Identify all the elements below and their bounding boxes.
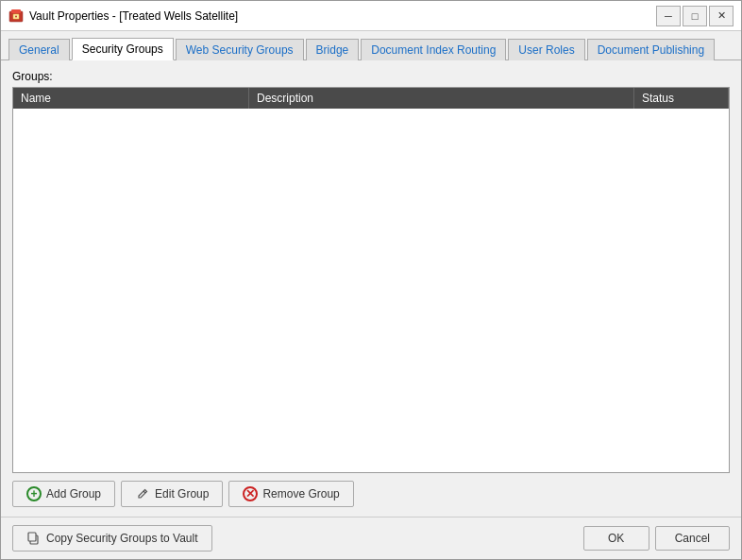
footer: Copy Security Groups to Vault OK Cancel	[1, 517, 741, 559]
groups-label: Groups:	[12, 70, 730, 83]
tab-document-index-routing[interactable]: Document Index Routing	[361, 39, 506, 60]
close-button[interactable]: ✕	[709, 6, 734, 26]
ok-cancel-buttons: OK Cancel	[583, 526, 730, 551]
col-header-name: Name	[13, 88, 249, 109]
tab-document-publishing[interactable]: Document Publishing	[587, 39, 715, 60]
window-title: Vault Properties - [Treated Wells Satell…	[29, 9, 656, 23]
groups-table[interactable]: Name Description Status	[12, 87, 730, 473]
minimize-button[interactable]: ─	[656, 6, 681, 26]
maximize-button[interactable]: □	[683, 6, 707, 26]
tab-security-groups[interactable]: Security Groups	[72, 38, 174, 60]
col-header-status: Status	[634, 88, 729, 109]
table-body[interactable]	[13, 109, 729, 468]
copy-icon	[26, 531, 42, 546]
remove-icon: ✕	[243, 486, 258, 501]
tab-general[interactable]: General	[8, 39, 70, 60]
tab-user-roles[interactable]: User Roles	[508, 39, 584, 60]
col-header-description: Description	[249, 88, 634, 109]
main-window: Vault Properties - [Treated Wells Satell…	[0, 0, 742, 560]
action-buttons: + Add Group Edit Group ✕ Remove Group	[12, 481, 730, 507]
cancel-button[interactable]: Cancel	[655, 526, 730, 551]
title-bar: Vault Properties - [Treated Wells Satell…	[1, 1, 741, 31]
tab-bar: General Security Groups Web Security Gro…	[1, 31, 741, 60]
svg-line-4	[143, 491, 145, 493]
edit-group-button[interactable]: Edit Group	[121, 481, 223, 507]
svg-rect-1	[11, 9, 21, 13]
svg-point-3	[15, 15, 17, 17]
remove-group-button[interactable]: ✕ Remove Group	[228, 481, 353, 507]
ok-button[interactable]: OK	[583, 526, 649, 551]
app-icon	[8, 8, 24, 24]
edit-icon	[135, 486, 150, 501]
tab-bridge[interactable]: Bridge	[306, 39, 360, 60]
tab-web-security-groups[interactable]: Web Security Groups	[176, 39, 304, 60]
window-controls: ─ □ ✕	[656, 6, 734, 26]
table-header: Name Description Status	[13, 88, 729, 109]
add-icon: +	[26, 486, 42, 501]
content-area: Groups: Name Description Status + Add Gr…	[1, 60, 741, 517]
svg-rect-6	[28, 533, 36, 541]
copy-security-groups-button[interactable]: Copy Security Groups to Vault	[12, 525, 212, 552]
add-group-button[interactable]: + Add Group	[12, 481, 115, 507]
